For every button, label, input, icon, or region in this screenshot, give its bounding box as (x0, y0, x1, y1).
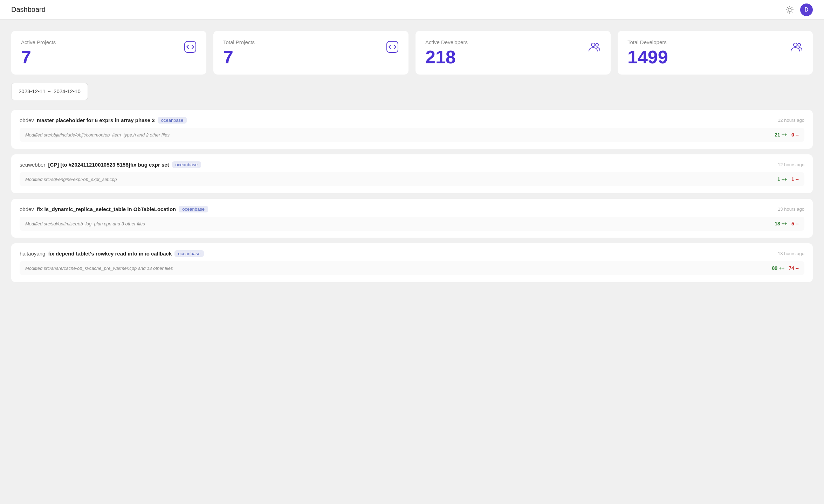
svg-point-11 (591, 43, 595, 47)
stat-value-total-projects: 7 (223, 48, 399, 66)
commit-details: Modified src/objit/include/objit/common/… (20, 128, 804, 142)
stat-card-active-projects: Active Projects 7 (11, 31, 206, 75)
stat-label-active-developers: Active Developers (425, 39, 601, 45)
stat-card-total-projects: Total Projects 7 (213, 31, 408, 75)
user-avatar[interactable]: D (800, 4, 813, 16)
stat-value-active-developers: 218 (425, 48, 601, 66)
commit-author: haitaoyang (20, 251, 45, 257)
commit-files: Modified src/share/cache/ob_kvcache_pre_… (25, 266, 173, 271)
commit-header: obdev fix is_dynamic_replica_select_tabl… (20, 206, 804, 212)
theme-toggle-icon[interactable] (785, 5, 795, 15)
commit-diff: 89 ++ 74 -- (772, 265, 799, 271)
commit-time: 13 hours ago (778, 206, 804, 212)
code-icon-active-projects (183, 39, 198, 55)
diff-add: 21 ++ (775, 132, 787, 138)
commit-tag: oceanbase (158, 117, 187, 124)
commit-author: obdev (20, 117, 34, 123)
commit-diff: 18 ++ 5 -- (775, 221, 799, 226)
commit-time: 12 hours ago (778, 118, 804, 123)
commit-title-row: haitaoyang fix depend tablet's rowkey re… (20, 250, 204, 257)
stat-value-total-developers: 1499 (627, 48, 803, 66)
people-icon-total-developers (789, 39, 804, 55)
commit-diff: 21 ++ 0 -- (775, 132, 799, 138)
commit-header: haitaoyang fix depend tablet's rowkey re… (20, 250, 804, 257)
header: Dashboard D (0, 0, 824, 20)
commit-details: Modified src/sql/optimizer/ob_log_plan.c… (20, 217, 804, 231)
commit-message: fix is_dynamic_replica_select_table in O… (37, 206, 176, 212)
commit-time: 12 hours ago (778, 162, 804, 167)
commit-title-row: obdev master placeholder for 6 exprs in … (20, 117, 187, 124)
people-icon-active-developers (587, 39, 602, 55)
commit-card: obdev master placeholder for 6 exprs in … (11, 110, 813, 149)
stat-card-active-developers: Active Developers 218 (416, 31, 611, 75)
commit-title-row: seuwebber [CP] [to #202411210010523 5158… (20, 161, 201, 168)
diff-remove: 1 -- (791, 176, 799, 182)
diff-remove: 74 -- (789, 265, 799, 271)
svg-rect-10 (387, 41, 398, 52)
diff-remove: 0 -- (791, 132, 799, 138)
stat-label-total-developers: Total Developers (627, 39, 803, 45)
commit-message: master placeholder for 6 exprs in array … (37, 117, 155, 123)
svg-line-4 (792, 12, 792, 12)
commit-time: 13 hours ago (778, 251, 804, 256)
main-content: Active Projects 7 Total Projects 7 (0, 20, 824, 293)
header-actions: D (785, 4, 813, 16)
commit-message: [CP] [to #202411210010523 5158]fix bug e… (48, 162, 169, 168)
svg-rect-9 (185, 41, 196, 52)
commit-card: haitaoyang fix depend tablet's rowkey re… (11, 243, 813, 282)
commit-author: seuwebber (20, 162, 45, 168)
svg-point-0 (788, 8, 791, 11)
commit-files: Modified src/sql/optimizer/ob_log_plan.c… (25, 221, 145, 226)
commit-diff: 1 ++ 1 -- (777, 176, 799, 182)
commit-files: Modified src/objit/include/objit/common/… (25, 132, 170, 138)
svg-point-12 (596, 43, 598, 46)
commit-tag: oceanbase (172, 161, 201, 168)
commit-card: obdev fix is_dynamic_replica_select_tabl… (11, 199, 813, 238)
commits-list: obdev master placeholder for 6 exprs in … (11, 110, 813, 282)
commit-header: seuwebber [CP] [to #202411210010523 5158… (20, 161, 804, 168)
svg-line-8 (792, 7, 792, 7)
svg-point-13 (794, 43, 797, 47)
stat-label-total-projects: Total Projects (223, 39, 399, 45)
svg-point-14 (798, 43, 801, 46)
commit-author: obdev (20, 206, 34, 212)
commit-message: fix depend tablet's rowkey read info in … (48, 251, 172, 257)
commit-details: Modified src/share/cache/ob_kvcache_pre_… (20, 261, 804, 275)
code-icon-total-projects (385, 39, 400, 55)
commit-card: seuwebber [CP] [to #202411210010523 5158… (11, 154, 813, 193)
commit-details: Modified src/sql/engine/expr/ob_expr_set… (20, 172, 804, 186)
commit-files: Modified src/sql/engine/expr/ob_expr_set… (25, 177, 117, 182)
stat-value-active-projects: 7 (21, 48, 197, 66)
date-range-picker[interactable]: 2023-12-11 ～ 2024-12-10 (11, 83, 88, 100)
stats-row: Active Projects 7 Total Projects 7 (11, 31, 813, 75)
diff-add: 89 ++ (772, 265, 784, 271)
diff-add: 1 ++ (777, 176, 787, 182)
page-title: Dashboard (11, 6, 46, 14)
commit-title-row: obdev fix is_dynamic_replica_select_tabl… (20, 206, 208, 212)
stat-label-active-projects: Active Projects (21, 39, 197, 45)
diff-add: 18 ++ (775, 221, 787, 226)
commit-tag: oceanbase (174, 250, 204, 257)
svg-line-7 (787, 12, 788, 12)
stat-card-total-developers: Total Developers 1499 (618, 31, 813, 75)
svg-line-3 (787, 7, 788, 7)
diff-remove: 5 -- (791, 221, 799, 226)
commit-header: obdev master placeholder for 6 exprs in … (20, 117, 804, 124)
commit-tag: oceanbase (179, 206, 208, 212)
